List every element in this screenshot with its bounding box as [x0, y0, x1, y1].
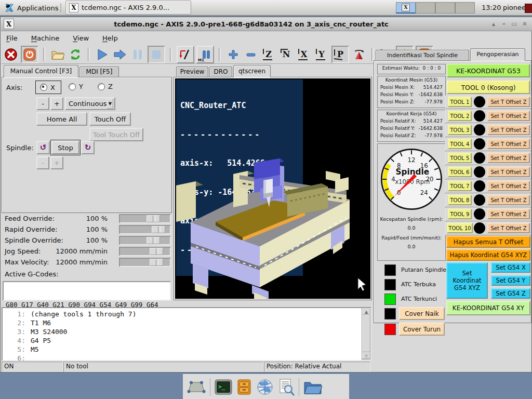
tool7-set-offset-button[interactable]: Set T Offset Z	[487, 181, 530, 191]
zoom-in-button[interactable]	[225, 47, 241, 62]
scrollbar-thumb[interactable]	[362, 315, 370, 352]
tool2-set-offset-button[interactable]: Set T Offset Z	[487, 111, 530, 121]
tool1-button[interactable]: TOOL 1	[448, 97, 472, 107]
touch-off-button[interactable]: Touch Off	[89, 112, 131, 126]
spindle-override-slider[interactable]	[119, 236, 171, 245]
stop-button[interactable]	[148, 46, 165, 63]
home-all-button[interactable]: Home All	[36, 112, 87, 126]
tool6-button[interactable]: TOOL 6	[448, 167, 472, 177]
tool5-button[interactable]: TOOL 5	[448, 153, 472, 163]
menu-help[interactable]: Help	[102, 34, 118, 42]
feed-override-slider-handle[interactable]	[147, 215, 160, 222]
tool3-button[interactable]: TOOL 3	[448, 125, 472, 135]
view-x-button[interactable]: X	[296, 47, 312, 62]
menu-machine[interactable]: Machine	[31, 34, 59, 42]
tab-pengoperasian[interactable]: Pengoperasian	[470, 48, 525, 61]
skip-lines-button[interactable]	[177, 46, 194, 63]
taskbar-window-button[interactable]: X tcdemo.ngc - AXIS 2.9.0...	[65, 1, 191, 15]
jog-plus-button[interactable]: +	[50, 97, 63, 110]
zoom-out-button[interactable]	[243, 47, 259, 62]
cover-naik-button[interactable]: Cover Naik	[399, 307, 445, 320]
tab-qtscreen[interactable]: qtscreen	[233, 65, 271, 77]
spindle-stop-button[interactable]: Stop	[51, 141, 79, 154]
tool5-set-offset-button[interactable]: Set T Offset Z	[487, 153, 530, 163]
view-y-button[interactable]: Y	[314, 47, 329, 62]
jog-minus-button[interactable]: -	[36, 97, 49, 110]
shade-button[interactable]: ▴	[488, 19, 499, 29]
tool3-set-offset-button[interactable]: Set T Offset Z	[487, 125, 530, 135]
maximize-button[interactable]: ▭	[509, 19, 520, 29]
spindle-minus-button[interactable]: -	[36, 156, 49, 169]
set-g54-z-button[interactable]: Set G54 Z	[491, 288, 530, 299]
applications-menu[interactable]: Applications	[2, 2, 60, 14]
axis-radio-x[interactable]: X	[35, 81, 61, 94]
tool0-button[interactable]: TOOL 0 (Kosong)	[447, 81, 530, 94]
estop-button[interactable]	[3, 47, 19, 62]
set-g54-y-button[interactable]: Set G54 Y	[491, 275, 530, 286]
tool-touch-off-button[interactable]: Tool Touch Off	[89, 128, 143, 141]
scroll-up-icon[interactable]: ▲	[362, 308, 370, 315]
desktop-pager-icon[interactable]	[187, 379, 206, 395]
view-z-rotated-button[interactable]: N	[278, 47, 294, 62]
rapid-override-slider-handle[interactable]	[152, 226, 165, 233]
terminal-icon[interactable]: >_	[215, 379, 232, 395]
panel-handle[interactable]	[60, 4, 63, 12]
file-manager-icon[interactable]	[303, 379, 322, 395]
ke-koordinat-g54-xy-button[interactable]: KE-KOORDINAT G54 XY	[446, 301, 530, 315]
max-velocity-slider[interactable]	[119, 258, 171, 267]
machine-power-button[interactable]	[21, 46, 38, 63]
jog-mode-combobox[interactable]: Continuous ▼	[65, 97, 115, 110]
spindle-override-slider-handle[interactable]	[147, 237, 160, 244]
set-g54-x-button[interactable]: Set G54 X	[491, 262, 530, 273]
pause-button[interactable]	[130, 47, 145, 62]
reload-button[interactable]	[68, 47, 83, 62]
tool4-set-offset-button[interactable]: Set T Offset Z	[487, 139, 530, 149]
close-button[interactable]: ✕	[520, 19, 530, 29]
title-bar[interactable]: X tcdemo.ngc - AXIS 2.9.0-pre1-668-g6d8a…	[1, 17, 532, 31]
view-perspective-button[interactable]: P	[331, 46, 349, 63]
scroll-down-icon[interactable]: ▽	[362, 352, 370, 359]
menu-file[interactable]: File	[6, 34, 18, 42]
minimize-button[interactable]: –	[499, 19, 509, 29]
file-cabinet-icon[interactable]	[236, 379, 252, 395]
preview-viewport[interactable]: CNC_Router_ATC ------------ axis-x: 514.…	[175, 78, 370, 299]
menu-view[interactable]: View	[73, 34, 89, 42]
feed-override-slider[interactable]	[119, 214, 171, 223]
tool10-button[interactable]: TOOL 10	[447, 223, 473, 233]
optional-pause-button[interactable]: M1	[196, 46, 214, 63]
tool6-set-offset-button[interactable]: Set T Offset Z	[487, 167, 530, 177]
panel-applet-icon[interactable]	[525, 4, 532, 13]
tool8-set-offset-button[interactable]: Set T Offset Z	[487, 195, 530, 205]
ke-koordinat-g53-button[interactable]: KE-KOORDINAT G53	[447, 64, 530, 77]
pager-workspace-2[interactable]	[416, 2, 435, 14]
spindle-plus-button[interactable]: +	[50, 156, 63, 169]
view-z-button[interactable]: Z	[261, 47, 276, 62]
jog-speed-slider-handle[interactable]	[150, 248, 163, 255]
tab-identifikasi[interactable]: Indentifikasi Tool Spindle	[376, 50, 469, 61]
document-search-icon[interactable]	[278, 378, 295, 396]
hapus-semua-button[interactable]: Hapus Semua T Offset	[446, 236, 530, 248]
gcode-scrollbar[interactable]: ▲ ▽	[362, 308, 370, 360]
rotate-view-button[interactable]	[351, 47, 367, 62]
tool9-set-offset-button[interactable]: Set T Offset Z	[487, 209, 530, 219]
axis-radio-y[interactable]: Y	[69, 83, 83, 90]
open-file-button[interactable]	[50, 47, 65, 62]
jog-speed-slider[interactable]	[119, 247, 171, 256]
tab-preview[interactable]: Preview	[176, 66, 208, 77]
workspace-pager[interactable]: X	[396, 2, 475, 14]
web-browser-icon[interactable]	[256, 378, 274, 396]
pager-workspace-1[interactable]: X	[396, 2, 416, 14]
cover-turun-button[interactable]: Cover Turun	[399, 323, 445, 336]
spindle-ccw-button[interactable]: ↺	[36, 141, 50, 154]
max-velocity-slider-handle[interactable]	[150, 259, 163, 266]
rapid-override-slider[interactable]	[119, 225, 171, 234]
tool2-button[interactable]: TOOL 2	[448, 111, 472, 121]
tool1-set-offset-button[interactable]: Set T Offset Z	[487, 97, 530, 107]
tool4-button[interactable]: TOOL 4	[448, 139, 472, 149]
tab-dro[interactable]: DRO	[209, 66, 232, 77]
spindle-cw-button[interactable]: ↻	[81, 141, 95, 154]
tool10-set-offset-button[interactable]: Set T Offset Z	[487, 223, 530, 233]
run-button[interactable]	[95, 47, 110, 62]
gcode-listing[interactable]: 1:(change tools 1 through 7) 2:T1 M6 3:M…	[2, 307, 371, 361]
tab-mdi[interactable]: MDI [F5]	[79, 66, 119, 77]
